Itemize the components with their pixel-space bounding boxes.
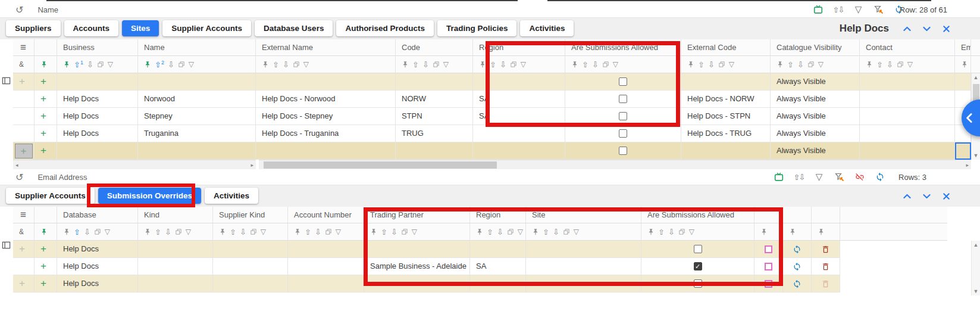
filter-cell-col_delete[interactable]	[812, 223, 840, 241]
sort-ascending-icon[interactable]: ⇧	[787, 61, 794, 69]
sort-ascending-icon[interactable]: ⇧	[230, 228, 236, 236]
cell-col_select_flag[interactable]	[754, 241, 783, 258]
sort-ascending-icon[interactable]: ⇧	[412, 61, 419, 69]
cell-catalogue_visibility[interactable]: Always Visible	[771, 125, 860, 142]
column-header-account_number[interactable]: Account Number	[288, 207, 364, 223]
pin-icon[interactable]	[818, 228, 825, 235]
group-icon[interactable]	[178, 61, 185, 68]
column-header-pin[interactable]	[35, 39, 57, 56]
refresh-icon[interactable]	[793, 279, 801, 288]
add-icon[interactable]: +	[40, 127, 46, 139]
cell-region[interactable]: SA	[473, 91, 565, 108]
add-icon[interactable]: +	[40, 145, 46, 156]
pin-icon[interactable]	[402, 61, 409, 68]
filter-operator[interactable]: &	[19, 60, 24, 69]
cell-sel[interactable]: +	[13, 73, 35, 91]
column-chooser-icon[interactable]	[2, 241, 11, 252]
column-header-database[interactable]: Database	[57, 207, 138, 223]
pin-icon[interactable]	[760, 228, 768, 235]
group-icon[interactable]	[433, 61, 440, 68]
cell-pin[interactable]: +	[35, 108, 57, 125]
submissions-allowed-checkbox[interactable]	[619, 95, 627, 103]
cell-col_delete[interactable]	[812, 275, 840, 293]
group-icon[interactable]	[507, 228, 514, 235]
cell-pin[interactable]: +	[35, 275, 57, 293]
cell-external_name[interactable]: Help Docs - Stepney	[256, 108, 396, 125]
horizontal-scrollbar[interactable]: ◂▸ ▸	[13, 160, 971, 169]
pin-icon[interactable]	[647, 228, 655, 235]
pin-icon[interactable]	[144, 228, 151, 235]
filter-operator[interactable]: &	[19, 228, 24, 236]
group-icon[interactable]	[401, 228, 408, 235]
cell-are_submissions_allowed[interactable]: ✓	[641, 258, 754, 275]
column-header-region[interactable]: Region	[473, 39, 565, 56]
column-header-kind[interactable]: Kind	[138, 207, 213, 223]
filter-cell-code[interactable]: ⇧⇩▽	[396, 56, 473, 73]
cell-site[interactable]	[526, 258, 641, 275]
sort-descending-icon[interactable]: ⇩	[422, 61, 429, 69]
pin-icon[interactable]	[476, 228, 483, 235]
cell-contact[interactable]	[860, 91, 955, 108]
filter-cell-kind[interactable]: ⇧⇩▽	[138, 223, 213, 241]
cell-col_delete[interactable]	[812, 241, 840, 258]
column-header-col_refresh[interactable]	[783, 207, 812, 223]
cell-code[interactable]: STPN	[396, 108, 473, 125]
pin-icon[interactable]	[294, 228, 301, 235]
filter-icon[interactable]: ▽	[336, 228, 341, 236]
filter-icon[interactable]: ▽	[186, 228, 191, 236]
cell-name[interactable]	[138, 142, 256, 160]
cell-sel[interactable]	[13, 125, 35, 142]
cell-database[interactable]: Help Docs	[57, 275, 138, 293]
vertical-scrollbar[interactable]: ▲▼	[971, 241, 980, 296]
cell-trading_partner[interactable]	[364, 241, 470, 258]
filter-icon[interactable]: ▽	[518, 228, 523, 236]
refresh-icon[interactable]	[793, 262, 801, 271]
column-header-email[interactable]: Email	[955, 39, 971, 56]
chevron-down-icon[interactable]	[922, 24, 932, 34]
cell-business[interactable]: Help Docs	[57, 125, 138, 142]
filter-icon[interactable]: ▽	[818, 60, 824, 69]
cell-account_number[interactable]	[288, 241, 364, 258]
pin-icon[interactable]	[40, 228, 48, 235]
sort-ascending-icon[interactable]: ⇧	[490, 61, 496, 69]
pin-icon[interactable]	[219, 228, 226, 235]
tab-accounts[interactable]: Accounts	[64, 20, 119, 36]
cell-site[interactable]	[526, 275, 641, 293]
cell-pin[interactable]: +	[35, 125, 57, 142]
sort-descending-icon[interactable]: ⇩	[165, 228, 171, 236]
filter-icon[interactable]: ▽	[814, 172, 824, 182]
filter-cell-are_submissions_allowed[interactable]: ⇧⇩▽	[565, 56, 681, 73]
group-icon[interactable]	[602, 61, 609, 68]
filter-icon[interactable]: ▽	[261, 228, 266, 236]
column-header-site[interactable]: Site	[526, 207, 641, 223]
main-scrollbar[interactable]: ▸	[259, 160, 971, 169]
cell-kind[interactable]	[138, 241, 213, 258]
pin-icon[interactable]	[789, 228, 796, 235]
sort-icon[interactable]: ⇧⇩	[833, 5, 843, 15]
cell-kind[interactable]	[138, 275, 213, 293]
cell-region[interactable]: SA	[473, 108, 565, 125]
filter-icon[interactable]: ▽	[189, 60, 194, 69]
undo-icon[interactable]: ↺	[15, 172, 23, 183]
filter-cell-name[interactable]: ⇧2⇩▽	[138, 56, 256, 73]
select-checkbox[interactable]	[765, 280, 772, 288]
sort-icon[interactable]: ⇧⇩	[794, 172, 804, 182]
cell-external_name[interactable]	[256, 73, 396, 91]
sort-descending-icon[interactable]: ⇩	[553, 228, 559, 236]
cell-external_code[interactable]: Help Docs - STPN	[681, 108, 771, 125]
sort-ascending-icon[interactable]: ⇧	[74, 228, 80, 236]
cell-email[interactable]	[955, 73, 971, 91]
add-icon[interactable]: +	[40, 260, 46, 272]
cell-region[interactable]	[473, 73, 565, 91]
cell-pin[interactable]: +	[35, 73, 57, 91]
sort-descending-icon[interactable]: ⇩	[391, 228, 397, 236]
filter-icon[interactable]: ▽	[412, 228, 417, 236]
group-icon[interactable]	[563, 228, 570, 235]
cell-database[interactable]: Help Docs	[57, 258, 138, 275]
filter-icon[interactable]: ▽	[303, 60, 309, 69]
filter-cell-external_name[interactable]: ⇧⇩▽	[256, 56, 396, 73]
column-header-sel[interactable]: ≡	[13, 39, 35, 56]
sort-descending-icon[interactable]: ⇩	[84, 228, 90, 236]
cell-are_submissions_allowed[interactable]	[565, 73, 681, 91]
filter-cell-sel[interactable]: &	[13, 223, 35, 241]
